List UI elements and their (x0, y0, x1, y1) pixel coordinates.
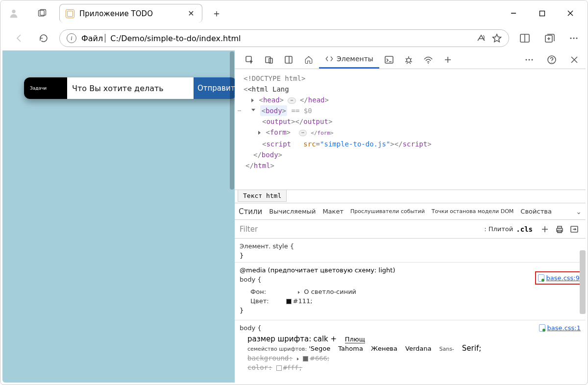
svg-rect-20 (385, 56, 393, 63)
file-icon (538, 274, 544, 282)
tab-add-icon[interactable] (438, 50, 458, 69)
devtools-help-icon[interactable] (540, 50, 563, 69)
svg-rect-4 (539, 11, 544, 16)
print-media-icon[interactable] (552, 222, 567, 237)
ellipsis-icon[interactable]: ⋯ (288, 97, 295, 104)
refresh-button[interactable] (35, 29, 52, 47)
expand-icon[interactable] (297, 358, 299, 361)
cls-toggle[interactable]: .cls (516, 225, 533, 233)
panel-layout-icon[interactable] (279, 50, 298, 69)
svg-rect-16 (266, 57, 270, 63)
gutter-dots-icon[interactable]: ⋯ (238, 105, 242, 116)
tab-network-icon[interactable] (418, 50, 438, 69)
chevron-down-icon[interactable]: ⌄ (576, 208, 582, 216)
devtools-more-icon[interactable] (518, 50, 540, 69)
back-button[interactable] (10, 29, 28, 47)
color-swatch[interactable] (276, 365, 282, 371)
svg-point-21 (407, 58, 411, 62)
css-source-link[interactable]: base.css:1 (539, 323, 581, 333)
devtools-pane: Элементы (235, 50, 586, 383)
dom-tree[interactable]: <!DOCTYPE html> <<html Lang <head> ⋯ </h… (235, 69, 586, 190)
tab-computed[interactable]: Вычисляемый (269, 208, 316, 215)
tab-properties[interactable]: Свойства (520, 208, 552, 215)
address-row: i Файл C:/Demo/simple-to-do/index.html (0, 26, 588, 50)
address-prefix: Файл (81, 34, 103, 43)
svg-point-25 (526, 59, 527, 60)
hov-toggle[interactable]: : Плитой (484, 225, 513, 233)
collapse-icon[interactable] (251, 109, 255, 113)
tab-debugger-icon[interactable] (399, 50, 418, 69)
devtools-close-icon[interactable] (563, 50, 586, 69)
svg-point-0 (12, 10, 15, 13)
close-window-button[interactable] (556, 3, 585, 23)
tab-dom-breakpoints[interactable]: Точки останова модели DOM (432, 208, 514, 215)
read-aloud-icon[interactable] (473, 30, 489, 46)
workspaces-button[interactable] (34, 5, 50, 22)
svg-rect-18 (285, 56, 292, 63)
minimize-button[interactable] (499, 3, 528, 23)
tab-console-icon[interactable] (379, 50, 399, 69)
device-toggle-icon[interactable] (259, 50, 279, 69)
style-element[interactable]: Элемент. style { } (235, 239, 586, 263)
styles-tabs: Стили Вычисляемый Макет Прослушиватели с… (235, 203, 586, 220)
devtools-scrollbar-thumb[interactable] (580, 250, 586, 314)
expand-icon[interactable] (298, 291, 300, 294)
inspect-element-icon[interactable] (240, 50, 259, 69)
devtools-toolbar: Элементы (235, 50, 586, 69)
tab-styles[interactable]: Стили (239, 207, 262, 216)
new-style-rule-icon[interactable] (538, 222, 552, 237)
address-path: C:/Demo/simple-to-do/index.html (110, 34, 241, 43)
color-swatch[interactable] (286, 299, 292, 304)
svg-point-29 (551, 62, 552, 63)
color-swatch[interactable] (303, 356, 308, 361)
tab-elements[interactable]: Элементы (319, 50, 379, 69)
svg-point-27 (532, 59, 533, 60)
titlebar: Приложение TODO ✕ ＋ (0, 0, 588, 26)
svg-point-12 (570, 37, 571, 39)
computed-panel-icon[interactable] (567, 222, 582, 237)
site-info-icon[interactable]: i (67, 33, 76, 43)
favorite-icon[interactable] (489, 30, 505, 46)
tab-listeners[interactable]: Прослушиватели событий (350, 208, 425, 215)
style-body-2[interactable]: body { base.css:1 размер шрифта: calk + … (235, 320, 586, 374)
breadcrumb-item[interactable]: Текст html (238, 190, 287, 202)
collections-button[interactable] (540, 29, 558, 47)
expand-icon[interactable] (258, 131, 261, 135)
browser-tab[interactable]: Приложение TODO ✕ (59, 4, 202, 23)
more-button[interactable] (565, 29, 583, 47)
tab-close-button[interactable]: ✕ (185, 8, 197, 20)
todo-form: Задачи Что Вы хотите делать Отправить (24, 77, 237, 99)
style-media-body[interactable]: @media (предпочитает цветовую схему: lig… (235, 263, 586, 320)
tab-elements-label: Элементы (337, 55, 373, 63)
svg-point-13 (573, 37, 574, 39)
tab-favicon (66, 9, 74, 18)
content-area: Задачи Что Вы хотите делать Отправить Эл… (2, 50, 586, 383)
tab-layout[interactable]: Макет (322, 208, 343, 215)
ellipsis-icon[interactable]: ⋯ (299, 130, 307, 136)
window-controls (499, 3, 585, 23)
styles-body[interactable]: Элемент. style { } @media (предпочитает … (235, 239, 586, 383)
svg-point-22 (428, 63, 429, 64)
page-viewport: Задачи Что Вы хотите делать Отправить (2, 50, 235, 383)
filter-input[interactable]: Filter (240, 225, 484, 234)
tab-welcome[interactable] (298, 50, 319, 69)
styles-filter-row: Filter : Плитой .cls (235, 220, 586, 239)
page-scrollbar-thumb[interactable] (230, 51, 234, 190)
profile-button[interactable] (5, 5, 22, 22)
todo-label: Задачи (24, 77, 67, 99)
todo-input[interactable]: Что Вы хотите делать (67, 77, 194, 99)
svg-point-14 (576, 37, 577, 39)
new-tab-button[interactable]: ＋ (208, 5, 225, 22)
split-screen-button[interactable] (516, 29, 534, 47)
svg-point-26 (529, 59, 530, 60)
address-bar[interactable]: i Файл C:/Demo/simple-to-do/index.html (59, 29, 509, 47)
file-icon (539, 324, 545, 332)
css-source-link[interactable]: base.css:9 (535, 271, 583, 285)
svg-rect-35 (558, 226, 562, 228)
tab-title: Приложение TODO (79, 9, 185, 18)
dom-breadcrumb[interactable]: Текст html (235, 190, 586, 203)
dom-doctype: <!DOCTYPE html> (244, 74, 305, 82)
expand-icon[interactable] (251, 98, 254, 102)
maximize-button[interactable] (528, 3, 556, 23)
